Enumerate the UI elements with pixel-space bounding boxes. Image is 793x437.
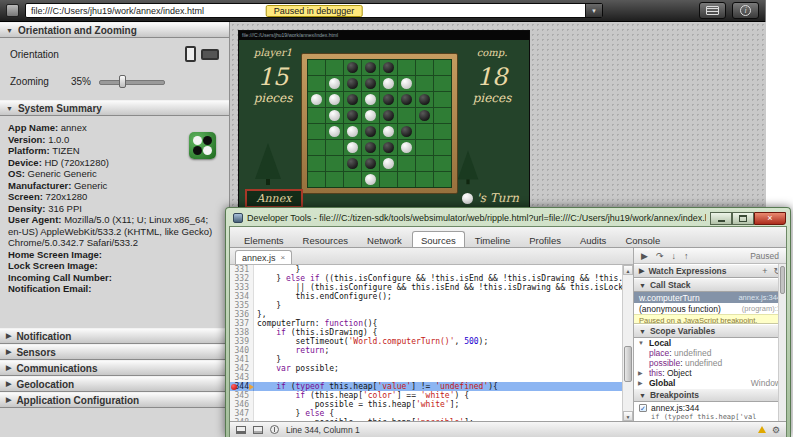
code-line[interactable]: 335 } <box>230 301 622 310</box>
scrollbar-thumb[interactable] <box>780 266 785 294</box>
scope-variable[interactable]: possible: undefined <box>634 358 786 368</box>
code-line[interactable]: 341 } <box>230 355 622 364</box>
code-line[interactable]: 334 this.endConfigure(); <box>230 292 622 301</box>
call-stack-frame[interactable]: w.computerTurnannex.js:344 <box>634 292 786 303</box>
url-dropdown-button[interactable]: ▼ <box>585 4 602 17</box>
breakpoint-entry[interactable]: ✓ annex.js:344 <box>634 402 786 413</box>
tab-timeline[interactable]: Timeline <box>466 231 520 247</box>
board-cell[interactable] <box>362 92 379 107</box>
board-cell[interactable] <box>416 108 433 123</box>
board-cell[interactable] <box>398 140 415 155</box>
board-cell[interactable] <box>344 156 361 171</box>
scroll-up-arrow[interactable]: ▲ <box>623 265 633 275</box>
board-cell[interactable] <box>326 60 343 75</box>
board-cell[interactable] <box>434 76 451 91</box>
section-header-geolocation[interactable]: ▶Geolocation <box>0 376 229 392</box>
board-cell[interactable] <box>398 172 415 187</box>
board-cell[interactable] <box>434 156 451 171</box>
checkbox-checked-icon[interactable]: ✓ <box>639 404 647 412</box>
board-cell[interactable] <box>398 76 415 91</box>
call-stack-header[interactable]: ▼ Call Stack <box>634 278 786 292</box>
board-cell[interactable] <box>416 76 433 91</box>
scrollbar-thumb[interactable] <box>624 346 632 382</box>
tab-elements[interactable]: Elements <box>235 231 293 247</box>
zoom-slider[interactable] <box>99 75 165 88</box>
board-cell[interactable] <box>308 60 325 75</box>
step-into-button[interactable]: ↓ <box>671 249 676 263</box>
landscape-orientation-button[interactable] <box>201 49 219 60</box>
step-over-button[interactable]: ↷ <box>656 249 664 263</box>
portrait-orientation-button[interactable] <box>185 46 196 62</box>
board-cell[interactable] <box>398 124 415 139</box>
board-cell[interactable] <box>398 156 415 171</box>
url-bar[interactable]: file:///C:/Users/jhu19/work/annex/index.… <box>25 3 603 18</box>
maximize-button[interactable] <box>732 212 754 225</box>
scope-variable[interactable]: place: undefined <box>634 348 786 358</box>
board-cell[interactable] <box>380 140 397 155</box>
line-number[interactable]: 337 <box>230 319 254 328</box>
board-cell[interactable] <box>434 140 451 155</box>
board-cell[interactable] <box>362 140 379 155</box>
board-cell[interactable] <box>380 92 397 107</box>
line-number[interactable]: 333 <box>230 283 254 292</box>
breakpoints-header[interactable]: ▼ Breakpoints <box>634 388 786 402</box>
board-cell[interactable] <box>380 76 397 91</box>
board-cell[interactable] <box>326 92 343 107</box>
board-cell[interactable] <box>362 124 379 139</box>
devtools-window[interactable]: Developer Tools - file:///C:/tizen-sdk/t… <box>225 207 791 437</box>
code-line[interactable]: 336}, <box>230 310 622 319</box>
code-line[interactable]: 345 if (this.heap['color'] == 'white') { <box>230 391 622 400</box>
board-cell[interactable] <box>434 60 451 75</box>
board-cell[interactable] <box>416 172 433 187</box>
code-line[interactable]: 338 if (this.isDrawing) { <box>230 328 622 337</box>
board-cell[interactable] <box>416 60 433 75</box>
dock-icon[interactable] <box>236 426 246 434</box>
tab-console[interactable]: Console <box>616 231 669 247</box>
scope-variable[interactable]: ▶this: Object <box>634 368 786 378</box>
board-cell[interactable] <box>326 172 343 187</box>
board-cell[interactable] <box>326 140 343 155</box>
board-cell[interactable] <box>398 108 415 123</box>
code-line[interactable]: 332 } else if ((this.isConfigure && !thi… <box>230 274 622 283</box>
board-cell[interactable] <box>326 76 343 91</box>
code-line[interactable]: 339 setTimeout('World.computerTurn()', 5… <box>230 337 622 346</box>
line-number[interactable]: 334 <box>230 292 254 301</box>
board-cell[interactable] <box>416 92 433 107</box>
board-cell[interactable] <box>344 108 361 123</box>
board-cell[interactable] <box>416 140 433 155</box>
breakpoint-icon[interactable] <box>231 384 237 390</box>
board-cell[interactable] <box>416 156 433 171</box>
line-number[interactable]: 347 <box>230 409 254 418</box>
board-cell[interactable] <box>398 92 415 107</box>
board-cell[interactable] <box>308 92 325 107</box>
board-cell[interactable] <box>434 124 451 139</box>
app-menu-icon[interactable] <box>6 4 19 17</box>
code-line[interactable]: 340 return; <box>230 346 622 355</box>
line-number[interactable]: 340 <box>230 346 254 355</box>
line-number[interactable]: 345 <box>230 391 254 400</box>
line-number[interactable]: 341 <box>230 355 254 364</box>
board-cell[interactable] <box>326 156 343 171</box>
code-line[interactable]: 343 <box>230 373 622 382</box>
annex-game-viewport[interactable]: file:///C:/Users/jhu19/work/annex/index.… <box>238 30 530 212</box>
board-cell[interactable] <box>308 76 325 91</box>
section-header-notification[interactable]: ▶Notification <box>0 328 229 344</box>
devtools-titlebar[interactable]: Developer Tools - file:///C:/tizen-sdk/t… <box>229 208 787 226</box>
close-button[interactable]: × <box>754 212 786 225</box>
file-tab-annexjs[interactable]: annex.js × <box>235 250 292 264</box>
gear-icon[interactable]: ⚙ <box>772 425 780 435</box>
zoom-slider-thumb[interactable] <box>119 75 126 88</box>
board-cell[interactable] <box>308 156 325 171</box>
resume-button[interactable]: ▶ <box>641 249 648 263</box>
board-cell[interactable] <box>308 108 325 123</box>
board-cell[interactable] <box>362 76 379 91</box>
board-cell[interactable] <box>380 124 397 139</box>
watch-expressions-header[interactable]: ▶ Watch Expressions + ↻ <box>634 264 786 278</box>
board-cell[interactable] <box>326 108 343 123</box>
code-line[interactable]: 346 possible = this.heap['white']; <box>230 400 622 409</box>
add-watch-icon[interactable]: + <box>762 266 767 276</box>
board-cell[interactable] <box>326 124 343 139</box>
tab-resources[interactable]: Resources <box>294 231 357 247</box>
game-board[interactable] <box>301 53 458 194</box>
line-number[interactable]: 343 <box>230 373 254 382</box>
